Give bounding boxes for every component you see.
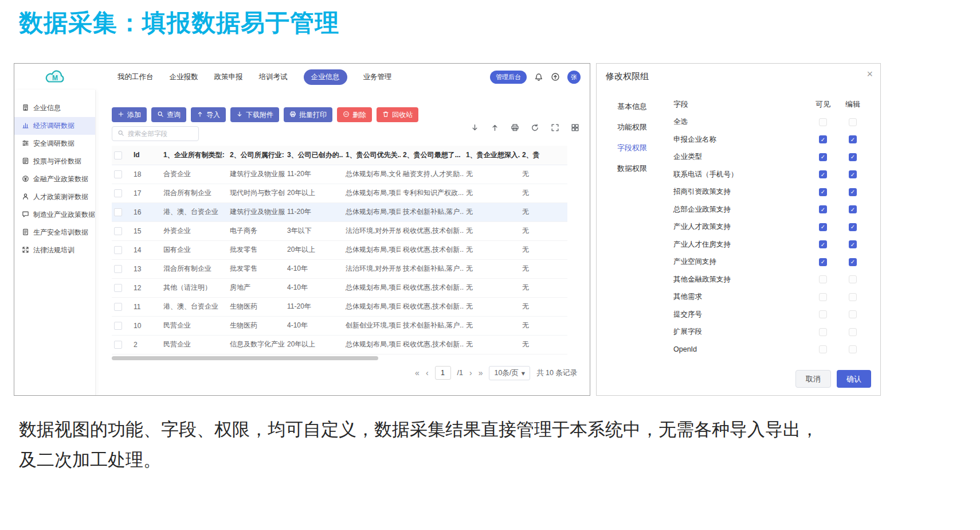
visible-checkbox[interactable]: ✓ bbox=[819, 205, 827, 213]
bell-icon[interactable] bbox=[534, 72, 543, 81]
visible-checkbox[interactable] bbox=[819, 275, 827, 283]
edit-checkbox[interactable] bbox=[849, 275, 857, 283]
table-row[interactable]: 15外资企业电子商务3年以下法治环境,对外开放税收优惠,技术创新...无无 bbox=[112, 221, 567, 240]
field-row: 提交序号 bbox=[673, 306, 868, 324]
toolbar-button-3[interactable]: 下载附件 bbox=[230, 107, 279, 122]
admin-badge[interactable]: 管理后台 bbox=[490, 71, 527, 84]
table-row[interactable]: 10民营企业生物医药4-10年创新创业环境,项目...技术创新补贴,落户...无… bbox=[112, 316, 567, 335]
grid-icon[interactable] bbox=[571, 123, 579, 134]
sidebar-item-4[interactable]: 金融产业政策数据 bbox=[14, 170, 95, 188]
row-checkbox[interactable] bbox=[114, 284, 122, 292]
table-row[interactable]: 2民营企业信息及数字化产业20年以上总体规划布局,项目...税收优惠,技术创新.… bbox=[112, 335, 567, 354]
refresh-icon[interactable] bbox=[531, 123, 539, 134]
circle-up-icon[interactable] bbox=[551, 72, 560, 81]
table-row[interactable]: 18合资企业建筑行业及物业服务11-20年总体规划布局,文化...融资支持,人才… bbox=[112, 165, 567, 184]
printer-icon[interactable] bbox=[511, 123, 519, 134]
edit-checkbox[interactable]: ✓ bbox=[849, 205, 857, 213]
sidebar-item-3[interactable]: 投票与评价数据 bbox=[14, 153, 95, 170]
edit-checkbox[interactable]: ✓ bbox=[849, 188, 857, 196]
table-row[interactable]: 17混合所有制企业现代时尚与数字创意20年以上总体规划布局,项目...专利和知识… bbox=[112, 184, 567, 202]
edit-checkbox[interactable]: ✓ bbox=[849, 153, 857, 161]
confirm-button[interactable]: 确认 bbox=[837, 370, 871, 388]
visible-checkbox[interactable]: ✓ bbox=[819, 223, 827, 231]
row-checkbox[interactable] bbox=[114, 189, 122, 197]
table-row[interactable]: 14国有企业批发零售20年以上总体规划布局,项目...税收优惠,技术创新...无… bbox=[112, 240, 567, 259]
select-all-checkbox[interactable] bbox=[114, 151, 122, 159]
edit-checkbox[interactable]: ✓ bbox=[849, 240, 857, 248]
edit-checkbox[interactable]: ✓ bbox=[849, 223, 857, 231]
table-row[interactable]: 11港、澳、台资企业生物医药11-20年总体规划布局,项目...税收优惠,技术创… bbox=[112, 297, 567, 316]
row-checkbox[interactable] bbox=[114, 246, 122, 254]
row-checkbox[interactable] bbox=[114, 341, 122, 349]
sidebar-item-7[interactable]: 生产安全培训数据 bbox=[14, 224, 95, 241]
toolbar-button-1[interactable]: 查询 bbox=[151, 107, 186, 122]
edit-checkbox[interactable] bbox=[849, 328, 857, 336]
app-logo[interactable]: M bbox=[14, 68, 96, 85]
visible-checkbox[interactable] bbox=[819, 310, 827, 318]
prev-page-button[interactable]: ‹ bbox=[426, 368, 429, 377]
nav-item-4[interactable]: 企业信息 bbox=[304, 69, 347, 85]
row-checkbox[interactable] bbox=[114, 322, 122, 330]
avatar[interactable]: 张 bbox=[567, 71, 581, 84]
edit-checkbox[interactable]: ✓ bbox=[849, 135, 857, 143]
nav-item-3[interactable]: 培训考试 bbox=[259, 72, 288, 82]
nav-item-0[interactable]: 我的工作台 bbox=[117, 72, 154, 82]
sidebar-item-6[interactable]: 制造业产业政策数据 bbox=[14, 206, 95, 224]
modal-tab-3[interactable]: 数据权限 bbox=[617, 162, 668, 175]
modal-tab-1[interactable]: 功能权限 bbox=[617, 121, 668, 134]
modal-tab-2[interactable]: 字段权限 bbox=[617, 142, 668, 154]
visible-checkbox[interactable]: ✓ bbox=[819, 188, 827, 196]
close-icon[interactable]: × bbox=[867, 69, 873, 79]
sidebar-item-0[interactable]: 企业信息 bbox=[14, 99, 95, 117]
next-page-button[interactable]: › bbox=[469, 368, 472, 377]
toolbar-button-2[interactable]: 导入 bbox=[191, 107, 226, 122]
row-checkbox[interactable] bbox=[114, 208, 122, 216]
row-checkbox[interactable] bbox=[114, 265, 122, 273]
visible-checkbox[interactable]: ✓ bbox=[819, 153, 827, 161]
current-page[interactable]: 1 bbox=[435, 366, 451, 380]
nav-item-2[interactable]: 政策申报 bbox=[214, 72, 243, 82]
edit-checkbox[interactable]: ✓ bbox=[849, 170, 857, 178]
edit-checkbox[interactable]: ✓ bbox=[849, 258, 857, 266]
visible-checkbox[interactable]: ✓ bbox=[819, 240, 827, 248]
visible-checkbox[interactable]: ✓ bbox=[819, 258, 827, 266]
download-icon[interactable] bbox=[471, 123, 479, 134]
sidebar-item-2[interactable]: 安全调研数据 bbox=[14, 135, 95, 153]
nav-item-1[interactable]: 企业报数 bbox=[170, 72, 198, 82]
row-checkbox[interactable] bbox=[114, 170, 122, 178]
visible-checkbox[interactable] bbox=[819, 293, 827, 301]
table-row[interactable]: 13混合所有制企业批发零售4-10年法治环境,对外开放...技术创新补贴,落户.… bbox=[112, 259, 567, 278]
fullscreen-icon[interactable] bbox=[551, 123, 559, 134]
row-checkbox[interactable] bbox=[114, 227, 122, 235]
table-row[interactable]: 12其他（请注明）房地产4-10年总体规划布局,项目...税收优惠,技术创新..… bbox=[112, 278, 567, 297]
visible-checkbox[interactable]: ✓ bbox=[819, 170, 827, 178]
search-input[interactable]: 搜索全部字段 bbox=[112, 126, 199, 141]
modal-tab-0[interactable]: 基本信息 bbox=[617, 100, 668, 113]
sidebar-item-1[interactable]: 经济调研数据 bbox=[14, 117, 95, 135]
sidebar-item-5[interactable]: 人才政策测评数据 bbox=[14, 188, 95, 206]
table-row[interactable]: 16港、澳、台资企业建筑行业及物业服务11-20年总体规划布局,项目...技术创… bbox=[112, 202, 567, 221]
edit-checkbox[interactable] bbox=[849, 293, 857, 301]
last-page-button[interactable]: » bbox=[479, 368, 483, 377]
edit-checkbox[interactable] bbox=[849, 310, 857, 318]
toolbar-button-4[interactable]: 批量打印 bbox=[284, 107, 332, 122]
visible-checkbox[interactable]: ✓ bbox=[819, 135, 827, 143]
cancel-button[interactable]: 取消 bbox=[795, 370, 831, 388]
description-text: 数据视图的功能、字段、权限，均可自定义，数据采集结果直接管理于本系统中，无需各种… bbox=[19, 414, 919, 476]
horizontal-scrollbar[interactable] bbox=[112, 356, 378, 360]
select-all-edit-checkbox[interactable] bbox=[849, 118, 857, 126]
row-checkbox[interactable] bbox=[114, 303, 122, 311]
visible-checkbox[interactable] bbox=[819, 345, 827, 353]
sidebar-item-8[interactable]: 法律法规培训 bbox=[14, 241, 95, 259]
toolbar-button-6[interactable]: 回收站 bbox=[377, 107, 418, 122]
toolbar-button-0[interactable]: 添加 bbox=[112, 107, 147, 122]
upload-icon[interactable] bbox=[491, 123, 499, 134]
visible-checkbox[interactable] bbox=[819, 328, 827, 336]
select-all-visible-checkbox[interactable] bbox=[819, 118, 827, 126]
edit-checkbox[interactable] bbox=[849, 345, 857, 353]
first-page-button[interactable]: « bbox=[415, 368, 420, 377]
nav-item-5[interactable]: 业务管理 bbox=[363, 72, 392, 82]
toolbar-button-5[interactable]: 删除 bbox=[337, 107, 372, 122]
search-icon bbox=[117, 128, 124, 139]
page-size-select[interactable]: 10条/页 ▾ bbox=[489, 366, 530, 380]
